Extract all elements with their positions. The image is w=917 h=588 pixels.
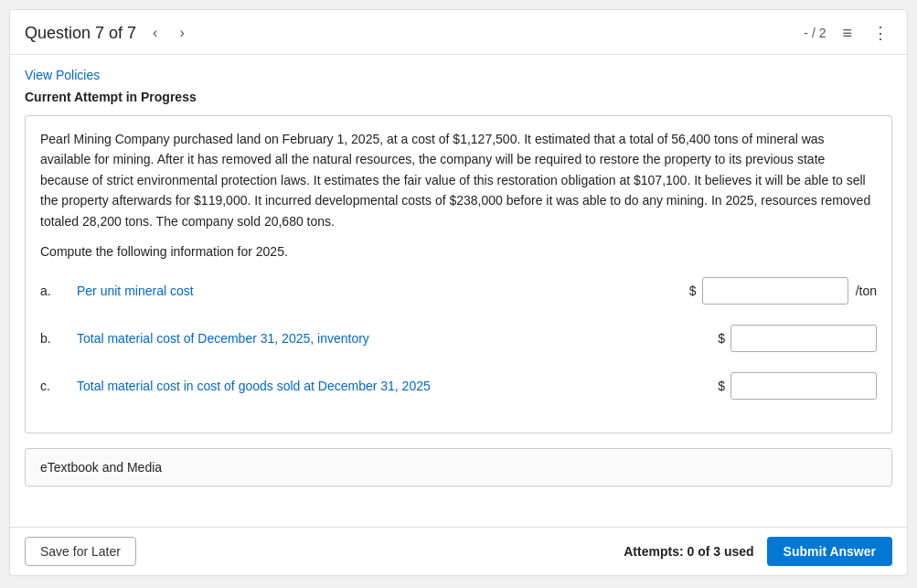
prev-arrow-button[interactable]: ‹ [147, 23, 163, 43]
answer-input-a[interactable] [702, 277, 848, 305]
attempts-label: Attempts: 0 of 3 used [624, 544, 753, 559]
row-label-a: Per unit mineral cost [77, 283, 689, 298]
unit-label-a: /ton [856, 283, 877, 298]
question-paragraph: Pearl Mining Company purchased land on F… [40, 129, 877, 231]
current-attempt-label: Current Attempt in Progress [25, 90, 892, 104]
answer-input-b[interactable] [730, 325, 877, 352]
answer-row-a: a. Per unit mineral cost $ /ton [40, 277, 877, 305]
footer-right: Attempts: 0 of 3 used Submit Answer [624, 537, 892, 566]
next-arrow-button[interactable]: › [174, 23, 189, 43]
submit-answer-button[interactable]: Submit Answer [767, 537, 892, 566]
answer-row-c: c. Total material cost in cost of goods … [40, 372, 877, 400]
etextbook-label: eTextbook and Media [40, 460, 162, 475]
view-policies-link[interactable]: View Policies [25, 68, 892, 82]
list-icon-button[interactable]: ≡ [838, 22, 856, 45]
header-right: - / 2 ≡ ⋮ [804, 21, 892, 45]
answer-input-c[interactable] [730, 372, 877, 400]
dollar-sign-b: $ [718, 331, 725, 346]
answer-row-b: b. Total material cost of December 31, 2… [40, 325, 877, 352]
score-display: - / 2 [804, 26, 826, 40]
body: View Policies Current Attempt in Progres… [10, 55, 907, 527]
header-left: Question 7 of 7 ‹ › [25, 23, 190, 43]
row-letter-c: c. [40, 379, 77, 393]
row-letter-b: b. [40, 331, 77, 346]
footer: Save for Later Attempts: 0 of 3 used Sub… [10, 527, 907, 575]
question-title: Question 7 of 7 [25, 24, 136, 43]
etextbook-section: eTextbook and Media [25, 448, 892, 486]
header: Question 7 of 7 ‹ › - / 2 ≡ ⋮ [10, 10, 907, 55]
more-options-button[interactable]: ⋮ [869, 21, 892, 45]
question-box: Pearl Mining Company purchased land on F… [25, 115, 892, 433]
dollar-sign-a: $ [689, 283, 697, 298]
row-letter-a: a. [40, 283, 77, 298]
main-container: Question 7 of 7 ‹ › - / 2 ≡ ⋮ View Polic… [9, 9, 908, 576]
row-label-b: Total material cost of December 31, 2025… [77, 331, 718, 346]
save-later-button[interactable]: Save for Later [25, 537, 136, 566]
row-label-c: Total material cost in cost of goods sol… [77, 379, 718, 393]
compute-label: Compute the following information for 20… [40, 244, 877, 259]
dollar-sign-c: $ [718, 379, 725, 393]
